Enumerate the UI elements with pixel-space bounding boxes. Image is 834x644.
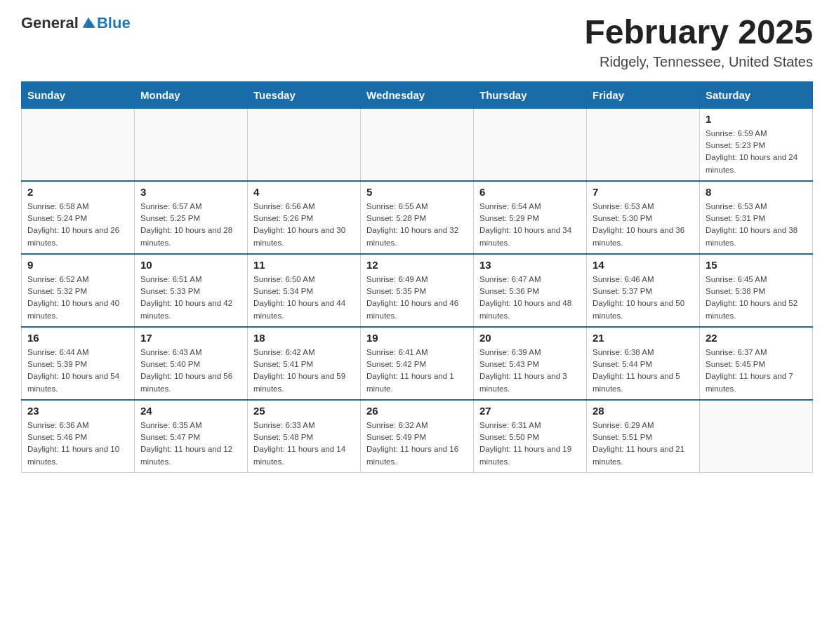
day-info: Sunrise: 6:43 AMSunset: 5:40 PMDaylight:… [140, 347, 241, 395]
calendar-day-cell: 12Sunrise: 6:49 AMSunset: 5:35 PMDayligh… [361, 254, 474, 327]
day-number: 7 [593, 186, 694, 198]
month-title: February 2025 [584, 14, 813, 51]
calendar-day-cell: 14Sunrise: 6:46 AMSunset: 5:37 PMDayligh… [587, 254, 700, 327]
day-info: Sunrise: 6:54 AMSunset: 5:29 PMDaylight:… [479, 201, 581, 249]
calendar-week-row: 2Sunrise: 6:58 AMSunset: 5:24 PMDaylight… [22, 181, 813, 254]
calendar-week-row: 9Sunrise: 6:52 AMSunset: 5:32 PMDaylight… [22, 254, 813, 327]
day-number: 5 [366, 186, 468, 198]
day-info: Sunrise: 6:31 AMSunset: 5:50 PMDaylight:… [479, 420, 581, 468]
day-info: Sunrise: 6:29 AMSunset: 5:51 PMDaylight:… [593, 420, 694, 468]
day-number: 15 [706, 259, 807, 271]
logo-blue-text: Blue [97, 14, 131, 32]
day-number: 20 [479, 332, 581, 344]
day-info: Sunrise: 6:44 AMSunset: 5:39 PMDaylight:… [27, 347, 128, 395]
day-info: Sunrise: 6:39 AMSunset: 5:43 PMDaylight:… [479, 347, 581, 395]
weekday-header-friday: Friday [587, 81, 700, 108]
day-number: 6 [479, 186, 581, 198]
day-info: Sunrise: 6:49 AMSunset: 5:35 PMDaylight:… [366, 274, 468, 322]
day-info: Sunrise: 6:38 AMSunset: 5:44 PMDaylight:… [593, 347, 694, 395]
day-info: Sunrise: 6:53 AMSunset: 5:31 PMDaylight:… [706, 201, 807, 249]
weekday-header-tuesday: Tuesday [248, 81, 361, 108]
day-info: Sunrise: 6:47 AMSunset: 5:36 PMDaylight:… [479, 274, 581, 322]
calendar-day-cell: 27Sunrise: 6:31 AMSunset: 5:50 PMDayligh… [474, 400, 587, 473]
day-info: Sunrise: 6:57 AMSunset: 5:25 PMDaylight:… [140, 201, 241, 249]
weekday-header-wednesday: Wednesday [361, 81, 474, 108]
weekday-header-row: SundayMondayTuesdayWednesdayThursdayFrid… [22, 81, 813, 108]
day-number: 16 [27, 332, 128, 344]
calendar-day-cell: 9Sunrise: 6:52 AMSunset: 5:32 PMDaylight… [22, 254, 135, 327]
calendar-day-cell: 8Sunrise: 6:53 AMSunset: 5:31 PMDaylight… [700, 181, 813, 254]
calendar-day-cell: 6Sunrise: 6:54 AMSunset: 5:29 PMDaylight… [474, 181, 587, 254]
day-number: 3 [140, 186, 241, 198]
calendar-table: SundayMondayTuesdayWednesdayThursdayFrid… [21, 81, 813, 473]
calendar-day-cell: 7Sunrise: 6:53 AMSunset: 5:30 PMDaylight… [587, 181, 700, 254]
calendar-day-cell: 22Sunrise: 6:37 AMSunset: 5:45 PMDayligh… [700, 327, 813, 400]
day-info: Sunrise: 6:36 AMSunset: 5:46 PMDaylight:… [27, 420, 128, 468]
day-info: Sunrise: 6:33 AMSunset: 5:48 PMDaylight:… [253, 420, 355, 468]
day-number: 19 [366, 332, 468, 344]
day-number: 14 [593, 259, 694, 271]
day-info: Sunrise: 6:35 AMSunset: 5:47 PMDaylight:… [140, 420, 241, 468]
calendar-day-cell [587, 108, 700, 181]
day-info: Sunrise: 6:45 AMSunset: 5:38 PMDaylight:… [706, 274, 807, 322]
day-number: 10 [140, 259, 241, 271]
calendar-day-cell: 21Sunrise: 6:38 AMSunset: 5:44 PMDayligh… [587, 327, 700, 400]
day-info: Sunrise: 6:56 AMSunset: 5:26 PMDaylight:… [253, 201, 355, 249]
day-info: Sunrise: 6:52 AMSunset: 5:32 PMDaylight:… [27, 274, 128, 322]
day-info: Sunrise: 6:32 AMSunset: 5:49 PMDaylight:… [366, 420, 468, 468]
day-number: 9 [27, 259, 128, 271]
day-number: 17 [140, 332, 241, 344]
day-number: 4 [253, 186, 355, 198]
calendar-day-cell: 17Sunrise: 6:43 AMSunset: 5:40 PMDayligh… [135, 327, 248, 400]
logo-general-text: General [21, 14, 79, 32]
day-info: Sunrise: 6:50 AMSunset: 5:34 PMDaylight:… [253, 274, 355, 322]
calendar-day-cell [361, 108, 474, 181]
day-number: 21 [593, 332, 694, 344]
day-number: 8 [706, 186, 807, 198]
day-number: 11 [253, 259, 355, 271]
day-number: 23 [27, 405, 128, 417]
calendar-day-cell: 15Sunrise: 6:45 AMSunset: 5:38 PMDayligh… [700, 254, 813, 327]
calendar-day-cell: 5Sunrise: 6:55 AMSunset: 5:28 PMDaylight… [361, 181, 474, 254]
day-info: Sunrise: 6:41 AMSunset: 5:42 PMDaylight:… [366, 347, 468, 395]
calendar-day-cell [474, 108, 587, 181]
weekday-header-sunday: Sunday [22, 81, 135, 108]
weekday-header-saturday: Saturday [700, 81, 813, 108]
calendar-day-cell: 23Sunrise: 6:36 AMSunset: 5:46 PMDayligh… [22, 400, 135, 473]
calendar-day-cell: 25Sunrise: 6:33 AMSunset: 5:48 PMDayligh… [248, 400, 361, 473]
calendar-day-cell: 16Sunrise: 6:44 AMSunset: 5:39 PMDayligh… [22, 327, 135, 400]
day-number: 1 [706, 113, 807, 125]
calendar-day-cell: 2Sunrise: 6:58 AMSunset: 5:24 PMDaylight… [22, 181, 135, 254]
calendar-week-row: 16Sunrise: 6:44 AMSunset: 5:39 PMDayligh… [22, 327, 813, 400]
calendar-day-cell: 11Sunrise: 6:50 AMSunset: 5:34 PMDayligh… [248, 254, 361, 327]
calendar-day-cell [700, 400, 813, 473]
page-header: General Blue February 2025 Ridgely, Tenn… [21, 14, 813, 70]
day-info: Sunrise: 6:55 AMSunset: 5:28 PMDaylight:… [366, 201, 468, 249]
calendar-day-cell: 19Sunrise: 6:41 AMSunset: 5:42 PMDayligh… [361, 327, 474, 400]
calendar-day-cell: 18Sunrise: 6:42 AMSunset: 5:41 PMDayligh… [248, 327, 361, 400]
day-info: Sunrise: 6:59 AMSunset: 5:23 PMDaylight:… [706, 128, 807, 176]
logo-icon [80, 15, 97, 32]
calendar-day-cell: 10Sunrise: 6:51 AMSunset: 5:33 PMDayligh… [135, 254, 248, 327]
day-info: Sunrise: 6:58 AMSunset: 5:24 PMDaylight:… [27, 201, 128, 249]
day-info: Sunrise: 6:42 AMSunset: 5:41 PMDaylight:… [253, 347, 355, 395]
day-number: 27 [479, 405, 581, 417]
calendar-week-row: 1Sunrise: 6:59 AMSunset: 5:23 PMDaylight… [22, 108, 813, 181]
day-info: Sunrise: 6:37 AMSunset: 5:45 PMDaylight:… [706, 347, 807, 395]
calendar-day-cell: 26Sunrise: 6:32 AMSunset: 5:49 PMDayligh… [361, 400, 474, 473]
day-number: 2 [27, 186, 128, 198]
location-title: Ridgely, Tennessee, United States [584, 54, 813, 70]
day-number: 25 [253, 405, 355, 417]
day-info: Sunrise: 6:46 AMSunset: 5:37 PMDaylight:… [593, 274, 694, 322]
calendar-week-row: 23Sunrise: 6:36 AMSunset: 5:46 PMDayligh… [22, 400, 813, 473]
day-number: 24 [140, 405, 241, 417]
day-info: Sunrise: 6:53 AMSunset: 5:30 PMDaylight:… [593, 201, 694, 249]
day-number: 26 [366, 405, 468, 417]
logo: General Blue [21, 14, 131, 32]
calendar-day-cell [22, 108, 135, 181]
weekday-header-monday: Monday [135, 81, 248, 108]
day-number: 12 [366, 259, 468, 271]
day-number: 28 [593, 405, 694, 417]
day-number: 22 [706, 332, 807, 344]
calendar-day-cell: 3Sunrise: 6:57 AMSunset: 5:25 PMDaylight… [135, 181, 248, 254]
